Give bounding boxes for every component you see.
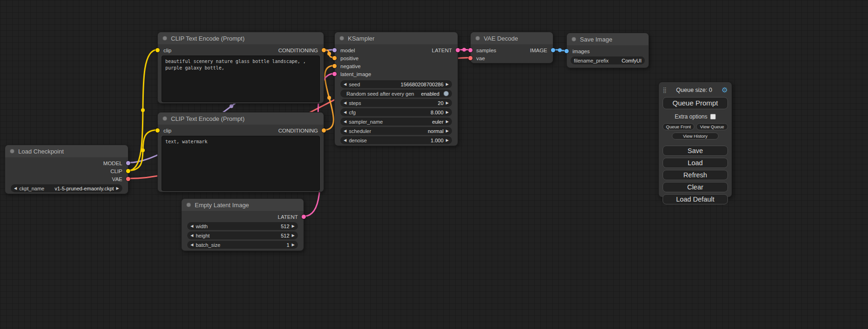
node-title: Load Checkpoint <box>18 148 64 155</box>
node-load-checkpoint[interactable]: Load Checkpoint MODEL CLIP VAE ◀ ckpt_na… <box>5 145 128 194</box>
view-queue-button[interactable]: View Queue <box>696 123 728 130</box>
input-slot-positive[interactable] <box>332 56 337 60</box>
output-slot-conditioning[interactable] <box>322 48 326 52</box>
arrow-right-icon[interactable]: ▶ <box>446 129 449 133</box>
output-slot-clip[interactable] <box>126 169 130 173</box>
input-slot-vae[interactable] <box>468 56 473 60</box>
output-slot-latent[interactable] <box>456 48 460 52</box>
slot-row: latent_image <box>335 70 458 78</box>
widget-steps[interactable]: ◀ steps 20 ▶ <box>340 99 452 107</box>
wire-midpoint-dot <box>558 49 562 52</box>
arrow-left-icon[interactable]: ◀ <box>14 187 17 190</box>
input-label-samples: samples <box>476 48 496 53</box>
node-header[interactable]: KSampler <box>335 32 458 44</box>
input-slot-latent-image[interactable] <box>332 72 337 76</box>
input-slot-images[interactable] <box>565 49 569 53</box>
toggle-dot-icon[interactable] <box>444 91 449 96</box>
arrow-right-icon[interactable]: ▶ <box>116 187 119 190</box>
widget-sampler-name[interactable]: ◀ sampler_name euler ▶ <box>340 118 452 126</box>
widget-filename-prefix[interactable]: filename_prefix ComfyUI <box>571 56 645 64</box>
widget-scheduler[interactable]: ◀ scheduler normal ▶ <box>340 127 452 135</box>
arrow-left-icon[interactable]: ◀ <box>191 243 193 247</box>
arrow-left-icon[interactable]: ◀ <box>344 139 346 142</box>
output-slot-image[interactable] <box>551 48 555 52</box>
widget-cfg[interactable]: ◀ cfg 8.000 ▶ <box>340 108 452 116</box>
collapse-dot-icon[interactable] <box>572 37 576 42</box>
node-ksampler[interactable]: KSampler model LATENT positive negative … <box>334 32 458 146</box>
collapse-dot-icon[interactable] <box>475 36 480 41</box>
collapse-dot-icon[interactable] <box>186 203 191 207</box>
node-header[interactable]: Load Checkpoint <box>5 145 128 157</box>
widget-label: cfg <box>349 110 356 115</box>
node-clip-text-encode-positive[interactable]: CLIP Text Encode (Prompt) clip CONDITION… <box>157 32 324 104</box>
widget-height[interactable]: ◀ height 512 ▶ <box>187 231 298 239</box>
drag-handle-icon[interactable]: ⣿ <box>663 87 667 93</box>
widget-value: normal <box>428 128 444 134</box>
slot-row: vae <box>471 54 553 62</box>
arrow-right-icon[interactable]: ▶ <box>292 234 295 238</box>
arrow-right-icon[interactable]: ▶ <box>292 243 295 247</box>
output-slot-vae[interactable] <box>126 177 130 181</box>
settings-gear-icon[interactable]: ⚙ <box>722 86 728 93</box>
load-default-button[interactable]: Load Default <box>663 194 728 204</box>
save-button[interactable]: Save <box>663 146 728 156</box>
arrow-right-icon[interactable]: ▶ <box>446 83 449 86</box>
extra-options-label: Extra options <box>675 113 707 120</box>
widget-width[interactable]: ◀ width 512 ▶ <box>187 222 298 230</box>
arrow-right-icon[interactable]: ▶ <box>446 111 449 114</box>
clear-button[interactable]: Clear <box>663 182 728 192</box>
extra-options-checkbox[interactable] <box>710 114 716 119</box>
collapse-dot-icon[interactable] <box>339 36 344 41</box>
arrow-right-icon[interactable]: ▶ <box>446 139 449 142</box>
widget-batch-size[interactable]: ◀ batch_size 1 ▶ <box>187 241 298 249</box>
widget-value: v1-5-pruned-emaonly.ckpt <box>55 186 114 191</box>
widget-ckpt-name[interactable]: ◀ ckpt_name v1-5-pruned-emaonly.ckpt ▶ <box>11 184 122 192</box>
node-empty-latent-image[interactable]: Empty Latent Image LATENT ◀ width 512 ▶ … <box>181 198 304 251</box>
queue-size-label: Queue size: 0 <box>669 87 720 93</box>
collapse-dot-icon[interactable] <box>162 36 167 41</box>
node-header[interactable]: Empty Latent Image <box>182 199 303 211</box>
widget-seed[interactable]: ◀ seed 156680208700286 ▶ <box>340 80 452 88</box>
node-header[interactable]: Save Image <box>567 33 649 45</box>
widget-random-seed-toggle[interactable]: Random seed after every gen enabled <box>340 90 452 98</box>
input-slot-clip[interactable] <box>155 48 160 52</box>
arrow-left-icon[interactable]: ◀ <box>191 234 193 238</box>
input-slot-samples[interactable] <box>468 48 473 52</box>
refresh-button[interactable]: Refresh <box>663 170 728 180</box>
output-slot-conditioning[interactable] <box>322 128 326 133</box>
widget-denoise[interactable]: ◀ denoise 1.000 ▶ <box>340 136 452 144</box>
node-vae-decode[interactable]: VAE Decode samples IMAGE vae <box>470 32 553 63</box>
arrow-right-icon[interactable]: ▶ <box>292 224 295 228</box>
arrow-left-icon[interactable]: ◀ <box>191 224 193 228</box>
input-slot-negative[interactable] <box>332 64 337 68</box>
input-slot-model[interactable] <box>332 48 337 52</box>
arrow-left-icon[interactable]: ◀ <box>344 111 346 114</box>
widget-label: sampler_name <box>349 119 383 125</box>
graph-canvas[interactable]: Load Checkpoint MODEL CLIP VAE ◀ ckpt_na… <box>0 0 868 329</box>
collapse-dot-icon[interactable] <box>10 149 14 154</box>
node-header[interactable]: CLIP Text Encode (Prompt) <box>158 32 324 44</box>
node-clip-text-encode-negative[interactable]: CLIP Text Encode (Prompt) clip CONDITION… <box>157 112 324 192</box>
output-label-latent: LATENT <box>278 214 298 220</box>
output-slot-model[interactable] <box>126 161 130 165</box>
arrow-left-icon[interactable]: ◀ <box>344 101 346 105</box>
output-slot-latent[interactable] <box>302 215 306 219</box>
queue-front-button[interactable]: Queue Front <box>663 123 694 130</box>
input-slot-clip[interactable] <box>155 128 160 133</box>
queue-prompt-button[interactable]: Queue Prompt <box>663 97 728 109</box>
arrow-right-icon[interactable]: ▶ <box>446 120 449 124</box>
load-button[interactable]: Load <box>663 158 728 168</box>
arrow-left-icon[interactable]: ◀ <box>344 83 346 86</box>
view-history-button[interactable]: View History <box>672 133 719 140</box>
arrow-left-icon[interactable]: ◀ <box>344 129 346 133</box>
widget-value: 1 <box>287 242 289 248</box>
collapse-dot-icon[interactable] <box>162 116 167 121</box>
prompt-textarea[interactable]: beautiful scenery nature glass bottle la… <box>162 56 320 102</box>
prompt-textarea[interactable]: text, watermark <box>162 136 320 191</box>
arrow-right-icon[interactable]: ▶ <box>446 101 449 105</box>
node-header[interactable]: CLIP Text Encode (Prompt) <box>158 112 324 125</box>
widget-value: 1.000 <box>430 138 444 143</box>
node-header[interactable]: VAE Decode <box>471 32 553 44</box>
node-save-image[interactable]: Save Image images filename_prefix ComfyU… <box>566 33 649 68</box>
arrow-left-icon[interactable]: ◀ <box>344 120 346 124</box>
